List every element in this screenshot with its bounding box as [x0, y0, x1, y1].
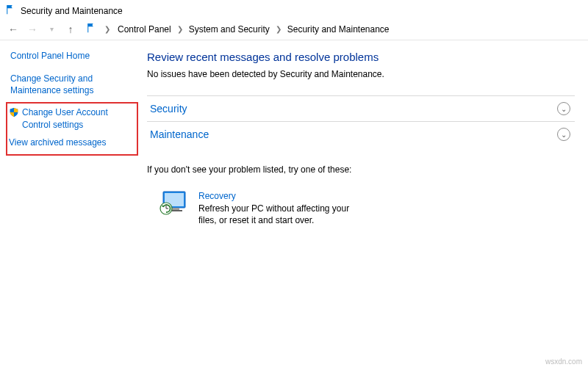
sidebar-link-label: Change User Account Control settings: [22, 106, 132, 130]
forward-button[interactable]: →: [26, 23, 38, 35]
chevron-right-icon: ❯: [276, 25, 282, 33]
recovery-block: Recovery Refresh your PC without affecti…: [159, 191, 575, 226]
chevron-down-icon[interactable]: ⌄: [557, 102, 570, 115]
status-text: No issues have been detected by Security…: [147, 69, 575, 79]
sidebar-link-label: Change Security and Maintenance settings: [10, 73, 138, 96]
recovery-text: Recovery Refresh your PC without affecti…: [198, 191, 360, 226]
flag-icon: [87, 23, 97, 35]
sidebar-link-change-uac[interactable]: Change User Account Control settings: [9, 106, 132, 130]
sidebar-link-view-archived[interactable]: View archived messages: [9, 137, 132, 148]
main-panel: Review recent messages and resolve probl…: [147, 51, 588, 226]
sidebar-home-link[interactable]: Control Panel Home: [10, 51, 138, 61]
chevron-right-icon: ❯: [104, 25, 110, 33]
recovery-link[interactable]: Recovery: [198, 191, 360, 201]
up-button[interactable]: ↑: [65, 23, 76, 35]
chevron-down-icon[interactable]: ⌄: [557, 128, 570, 141]
window-title: Security and Maintenance: [21, 6, 123, 16]
sidebar-link-change-security[interactable]: Change Security and Maintenance settings: [10, 73, 138, 96]
sidebar: Control Panel Home Change Security and M…: [0, 51, 147, 226]
recovery-icon: [159, 191, 188, 226]
chevron-right-icon: ❯: [177, 25, 183, 33]
page-heading: Review recent messages and resolve probl…: [147, 51, 575, 63]
content-body: Control Panel Home Change Security and M…: [0, 40, 588, 226]
highlight-annotation: Change User Account Control settings Vie…: [6, 102, 138, 156]
shield-icon: [9, 107, 19, 120]
flag-icon: [6, 4, 16, 17]
back-button[interactable]: ←: [7, 23, 19, 35]
section-title: Maintenance: [150, 128, 209, 140]
try-one-text: If you don't see your problem listed, tr…: [147, 164, 575, 175]
nav-bar: ← → ▾ ↑ ❯ Control Panel ❯ System and Sec…: [0, 20, 588, 40]
section-title: Security: [150, 103, 187, 115]
crumb-security-maintenance[interactable]: Security and Maintenance: [287, 24, 390, 35]
breadcrumb: Control Panel ❯ System and Security ❯ Se…: [118, 24, 390, 35]
recent-dropdown-icon[interactable]: ▾: [46, 25, 57, 33]
watermark: wsxdn.com: [545, 358, 582, 366]
crumb-system-security[interactable]: System and Security: [189, 24, 270, 35]
sidebar-link-label: View archived messages: [9, 137, 107, 148]
section-maintenance[interactable]: Maintenance ⌄: [147, 121, 575, 147]
recovery-description: Refresh your PC without affecting your f…: [198, 203, 360, 226]
section-security[interactable]: Security ⌄: [147, 95, 575, 121]
title-bar: Security and Maintenance: [0, 0, 588, 20]
crumb-control-panel[interactable]: Control Panel: [118, 24, 171, 35]
